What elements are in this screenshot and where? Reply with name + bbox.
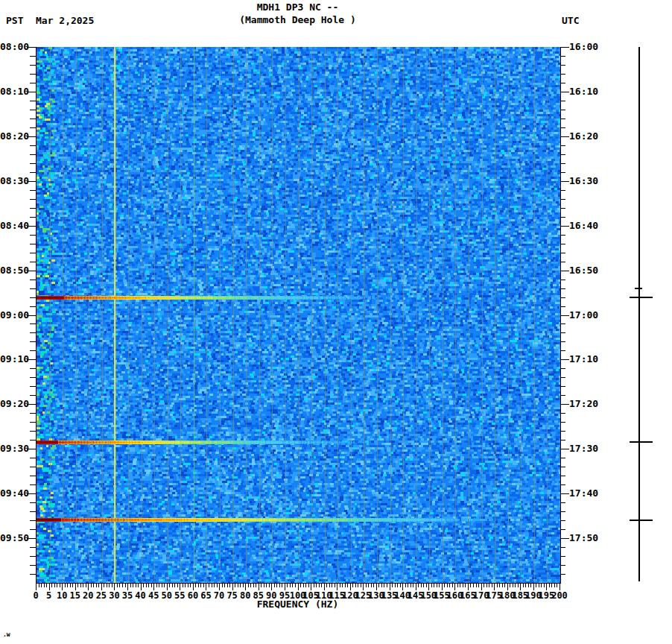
frequency-minor-tick <box>373 584 374 587</box>
right-axis-minor-tick <box>560 458 565 458</box>
right-axis-minor-tick <box>560 235 565 236</box>
right-axis-minor-tick <box>560 306 565 307</box>
frequency-minor-tick <box>465 584 466 587</box>
frequency-minor-tick <box>544 584 545 587</box>
spectrogram-canvas <box>37 47 560 583</box>
left-axis-major-tick <box>27 92 36 92</box>
frequency-minor-tick <box>172 584 173 587</box>
left-axis-minor-tick <box>30 467 36 467</box>
frequency-minor-tick <box>185 584 186 587</box>
left-axis-major-tick <box>27 226 36 227</box>
frequency-major-tick <box>546 584 547 590</box>
frequency-major-tick <box>520 584 521 590</box>
right-axis-major-tick <box>560 226 569 227</box>
frequency-minor-tick <box>125 584 126 587</box>
frequency-minor-tick <box>46 584 47 587</box>
frequency-major-tick <box>62 584 63 590</box>
frequency-minor-tick <box>274 584 275 587</box>
left-axis-label: 08:40 <box>0 221 27 231</box>
left-axis-minor-tick <box>30 511 36 512</box>
right-axis-major-tick <box>560 136 569 137</box>
frequency-minor-tick <box>473 584 474 587</box>
frequency-minor-tick <box>476 584 477 587</box>
left-axis-minor-tick <box>30 56 36 57</box>
right-axis-major-tick <box>560 47 569 48</box>
right-axis-minor-tick <box>560 119 565 119</box>
frequency-minor-tick <box>523 584 524 587</box>
frequency-minor-tick <box>484 584 484 587</box>
left-axis-label: 08:50 <box>0 265 27 276</box>
left-axis-minor-tick <box>30 502 36 503</box>
right-axis-minor-tick <box>560 368 565 369</box>
frequency-major-tick <box>153 584 154 590</box>
frequency-minor-tick <box>188 584 188 587</box>
corner-watermark: .w <box>3 632 10 638</box>
left-axis-minor-tick <box>30 154 36 155</box>
frequency-minor-tick <box>70 584 71 587</box>
left-axis-minor-tick <box>30 172 36 173</box>
frequency-major-tick <box>442 584 443 590</box>
left-axis-major-tick <box>27 359 36 360</box>
frequency-major-tick <box>350 584 351 590</box>
frequency-minor-tick <box>303 584 304 587</box>
right-axis-major-tick <box>560 449 569 449</box>
frequency-minor-tick <box>200 584 201 587</box>
frequency-minor-tick <box>502 584 503 587</box>
right-axis-minor-tick <box>560 163 565 164</box>
left-axis-label: 08:00 <box>0 42 27 52</box>
left-axis-minor-tick <box>30 350 36 351</box>
frequency-minor-tick <box>460 584 460 587</box>
left-axis-minor-tick <box>30 476 36 476</box>
frequency-axis-title: FREQUENCY (HZ) <box>36 599 560 610</box>
right-axis-major-tick <box>560 359 569 360</box>
frequency-minor-tick <box>295 584 296 587</box>
frequency-minor-tick <box>91 584 92 587</box>
right-axis-minor-tick <box>560 502 565 503</box>
frequency-minor-tick <box>222 584 223 587</box>
frequency-minor-tick <box>510 584 510 587</box>
frequency-minor-tick <box>431 584 432 587</box>
frequency-minor-tick <box>156 584 157 587</box>
right-axis-label: 17:20 <box>569 399 598 409</box>
right-axis-minor-tick <box>560 386 565 387</box>
right-axis-minor-tick <box>560 431 565 432</box>
right-axis-minor-tick <box>560 83 565 83</box>
frequency-minor-tick <box>423 584 424 587</box>
right-axis-minor-tick <box>560 350 565 351</box>
frequency-minor-tick <box>57 584 57 587</box>
left-axis-minor-tick <box>30 574 36 575</box>
left-axis-label: 09:30 <box>0 443 27 454</box>
left-axis-minor-tick <box>30 101 36 101</box>
frequency-minor-tick <box>253 584 254 587</box>
frequency-minor-tick <box>266 584 267 587</box>
frequency-minor-tick <box>411 584 411 587</box>
frequency-major-tick <box>494 584 495 590</box>
frequency-minor-tick <box>264 584 264 587</box>
frequency-major-tick <box>285 584 285 590</box>
frequency-major-tick <box>36 584 37 590</box>
frequency-minor-tick <box>314 584 314 587</box>
frequency-minor-tick <box>332 584 332 587</box>
frequency-minor-tick <box>243 584 244 587</box>
frequency-major-tick <box>101 584 102 590</box>
frequency-minor-tick <box>492 584 492 587</box>
frequency-minor-tick <box>93 584 94 587</box>
frequency-minor-tick <box>224 584 225 587</box>
left-axis-minor-tick <box>30 440 36 441</box>
right-axis-major-tick <box>560 315 569 316</box>
left-axis-minor-tick <box>30 529 36 530</box>
frequency-minor-tick <box>528 584 529 587</box>
frequency-minor-tick <box>148 584 149 587</box>
left-axis-minor-tick <box>30 280 36 280</box>
right-axis-minor-tick <box>560 395 565 396</box>
frequency-major-tick <box>337 584 337 590</box>
frequency-minor-tick <box>316 584 317 587</box>
left-axis-major-tick <box>27 404 36 405</box>
frequency-minor-tick <box>209 584 209 587</box>
frequency-minor-tick <box>381 584 382 587</box>
right-axis-minor-tick <box>560 190 565 191</box>
left-axis-minor-tick <box>30 556 36 557</box>
right-axis-label: 16:40 <box>569 221 598 231</box>
left-axis-label: 09:50 <box>0 533 27 543</box>
left-axis-minor-tick <box>30 110 36 110</box>
